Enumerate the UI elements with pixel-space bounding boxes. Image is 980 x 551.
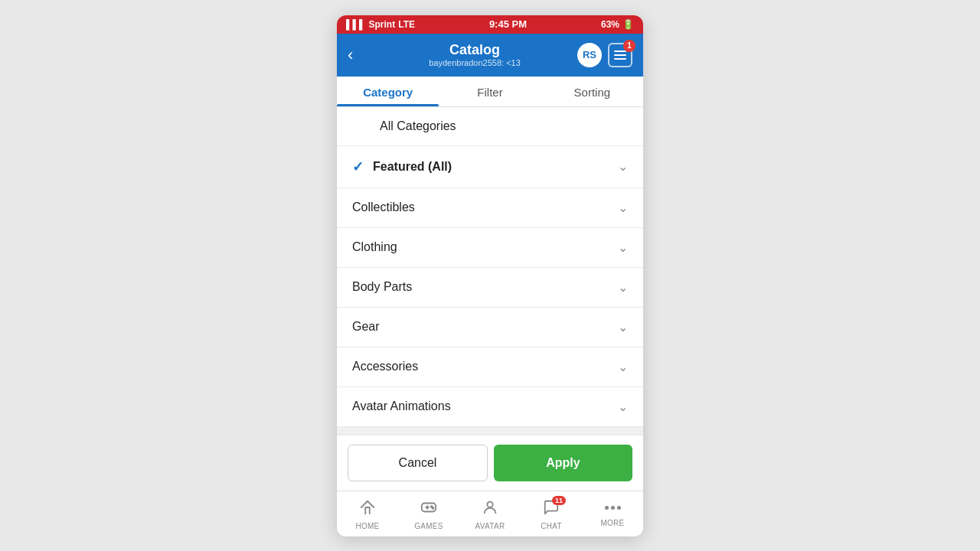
bottom-spacer — [337, 427, 643, 435]
carrier-label: Sprint — [369, 19, 396, 30]
cancel-button[interactable]: Cancel — [348, 445, 488, 481]
more-label: MORE — [600, 519, 624, 527]
svg-point-5 — [487, 501, 492, 507]
status-time: 9:45 PM — [489, 18, 527, 30]
category-name-all: All Categories — [380, 119, 456, 133]
games-icon — [420, 499, 437, 520]
checkmark-icon: ✓ — [352, 158, 364, 175]
header: ‹ Catalog baydenbradon2558: <13 RS 1 — [337, 34, 643, 77]
tab-filter[interactable]: Filter — [439, 77, 541, 106]
category-name-body-parts: Body Parts — [352, 280, 412, 294]
chat-wrapper: 11 — [543, 499, 560, 520]
nav-item-avatar[interactable]: AVATAR — [459, 496, 521, 533]
chat-label: CHAT — [541, 522, 562, 530]
chevron-down-icon-body-parts: ⌄ — [618, 280, 628, 295]
gear-left: Gear — [352, 320, 380, 334]
chevron-down-icon-gear: ⌄ — [618, 320, 628, 334]
chevron-down-icon-avatar-animations: ⌄ — [618, 399, 628, 414]
network-label: LTE — [398, 19, 415, 30]
more-dots-icon — [605, 499, 621, 517]
nav-item-games[interactable]: GAMES — [398, 496, 459, 533]
category-name-collectibles: Collectibles — [352, 201, 415, 214]
tab-category[interactable]: Category — [337, 77, 439, 106]
dot-1 — [605, 506, 609, 510]
category-item-body-parts[interactable]: Body Parts ⌄ — [337, 268, 643, 308]
status-bar: ▌▌▌ Sprint LTE 9:45 PM 63% 🔋 — [337, 15, 643, 34]
status-left: ▌▌▌ Sprint LTE — [346, 19, 415, 30]
category-name-featured: Featured (All) — [373, 160, 452, 174]
category-list: All Categories ✓ Featured (All) ⌄ Collec… — [337, 107, 643, 435]
body-parts-left: Body Parts — [352, 280, 412, 294]
games-label: GAMES — [414, 522, 443, 530]
category-item-featured[interactable]: ✓ Featured (All) ⌄ — [337, 146, 643, 188]
accessories-left: Accessories — [352, 360, 418, 373]
chat-badge: 11 — [552, 496, 566, 505]
chevron-down-icon-accessories: ⌄ — [618, 360, 628, 374]
rs-label: RS — [583, 49, 596, 60]
avatar-label: AVATAR — [475, 522, 505, 530]
home-icon — [359, 499, 376, 520]
battery-label: 63% — [601, 19, 619, 30]
avatar-icon — [482, 499, 498, 520]
nav-item-more[interactable]: MORE — [582, 496, 643, 533]
category-name-gear: Gear — [352, 320, 380, 334]
category-item-all[interactable]: All Categories — [337, 107, 643, 146]
category-name-clothing: Clothing — [352, 240, 397, 254]
dot-3 — [617, 506, 621, 510]
back-button[interactable]: ‹ — [348, 45, 372, 65]
category-item-clothing[interactable]: Clothing ⌄ — [337, 228, 643, 268]
page-title: Catalog — [429, 42, 521, 58]
chevron-down-icon-clothing: ⌄ — [618, 240, 628, 255]
category-item-accessories[interactable]: Accessories ⌄ — [337, 347, 643, 387]
collectibles-left: Collectibles — [352, 201, 415, 214]
chevron-down-icon: ⌄ — [618, 159, 628, 174]
bottom-buttons: Cancel Apply — [337, 435, 643, 491]
avatar-animations-left: Avatar Animations — [352, 399, 451, 413]
svg-point-4 — [433, 507, 434, 509]
list-button[interactable]: 1 — [608, 43, 632, 67]
nav-item-home[interactable]: HOME — [337, 496, 398, 533]
apply-button[interactable]: Apply — [494, 445, 632, 481]
phone-frame: ▌▌▌ Sprint LTE 9:45 PM 63% 🔋 ‹ Catalog b… — [337, 15, 643, 536]
header-subtitle: baydenbradon2558: <13 — [429, 58, 521, 67]
dot-2 — [611, 506, 615, 510]
list-lines-icon — [614, 51, 626, 60]
nav-item-chat[interactable]: 11 CHAT — [521, 496, 582, 533]
tab-sorting[interactable]: Sorting — [541, 77, 643, 106]
category-item-collectibles[interactable]: Collectibles ⌄ — [337, 188, 643, 228]
signal-icon: ▌▌▌ — [346, 19, 366, 30]
category-item-gear[interactable]: Gear ⌄ — [337, 308, 643, 347]
list-line-2 — [614, 54, 626, 56]
list-notification-badge: 1 — [623, 40, 635, 52]
category-name-accessories: Accessories — [352, 360, 418, 373]
chevron-down-icon-collectibles: ⌄ — [618, 201, 628, 215]
tabs-bar: Category Filter Sorting — [337, 77, 643, 107]
home-label: HOME — [355, 522, 379, 530]
header-actions: RS 1 — [577, 43, 632, 67]
battery-icon: 🔋 — [622, 19, 634, 30]
clothing-left: Clothing — [352, 240, 397, 254]
category-item-avatar-animations[interactable]: Avatar Animations ⌄ — [337, 387, 643, 427]
header-center: Catalog baydenbradon2558: <13 — [429, 42, 521, 67]
bottom-nav: HOME GAMES AVATAR — [337, 491, 643, 536]
featured-left: ✓ Featured (All) — [352, 158, 452, 175]
list-line-3 — [614, 58, 626, 60]
category-name-avatar-animations: Avatar Animations — [352, 399, 451, 413]
robux-icon[interactable]: RS — [577, 43, 602, 67]
status-right: 63% 🔋 — [601, 19, 634, 30]
